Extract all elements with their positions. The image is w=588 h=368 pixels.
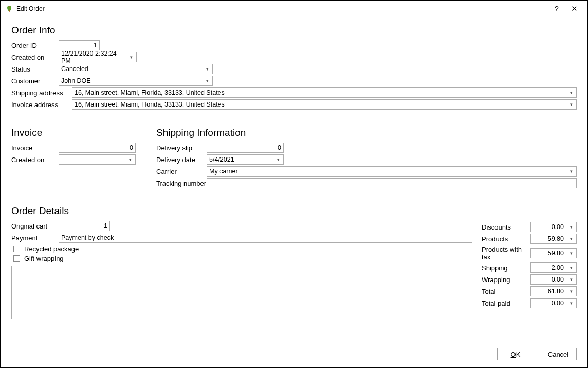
customer-select[interactable]: John DOE ▾: [59, 76, 213, 86]
created-on-select[interactable]: 12/21/2020 2:32:24 PM ▾: [59, 52, 137, 62]
tracking-input[interactable]: [207, 178, 577, 188]
chevron-down-icon: ▾: [567, 169, 575, 174]
message-textarea[interactable]: [11, 266, 472, 319]
original-cart-input[interactable]: 1: [59, 221, 110, 231]
help-button[interactable]: ?: [548, 2, 565, 16]
delivery-date-select[interactable]: 5/4/2021 ▾: [207, 154, 284, 165]
order-id-input[interactable]: 1: [59, 40, 100, 50]
ok-button[interactable]: OK: [497, 348, 534, 360]
products-field[interactable]: 59.80▾: [530, 234, 577, 244]
products-tax-label: Products with tax: [482, 246, 530, 261]
discounts-label: Discounts: [482, 223, 530, 231]
customer-label: Customer: [11, 77, 59, 85]
section-order-details: Order Details: [11, 205, 577, 217]
gift-wrapping-checkbox[interactable]: Gift wrapping: [13, 255, 472, 262]
invoice-created-label: Created on: [11, 156, 59, 164]
payment-input[interactable]: Payment by check: [59, 233, 472, 243]
recycled-package-checkbox[interactable]: Recycled package: [13, 245, 472, 253]
products-tax-field[interactable]: 59.80▾: [530, 248, 577, 258]
products-label: Products: [482, 235, 530, 243]
invoice-num-input[interactable]: 0: [59, 143, 136, 153]
chevron-down-icon: ▾: [567, 224, 575, 230]
delivery-slip-input[interactable]: 0: [207, 143, 284, 153]
payment-label: Payment: [11, 234, 59, 242]
delivery-date-label: Delivery date: [156, 156, 207, 164]
discounts-field[interactable]: 0.00▾: [530, 222, 577, 232]
carrier-label: Carrier: [156, 168, 207, 176]
original-cart-label: Original cart: [11, 222, 59, 230]
order-id-label: Order ID: [11, 42, 59, 49]
titlebar: Edit Order ? ✕: [1, 1, 587, 16]
checkbox-icon: [13, 255, 20, 262]
chevron-down-icon: ▾: [567, 90, 575, 95]
shipping-addr-select[interactable]: 16, Main street, Miami, Florida, 33133, …: [72, 87, 577, 98]
close-button[interactable]: ✕: [565, 2, 583, 16]
shipping-total-field[interactable]: 2.00▾: [530, 262, 577, 273]
invoice-num-label: Invoice: [11, 144, 59, 152]
shipping-addr-label: Shipping address: [11, 89, 72, 97]
chevron-down-icon: ▾: [203, 66, 211, 72]
chevron-down-icon: ▾: [274, 157, 282, 162]
wrapping-total-field[interactable]: 0.00▾: [530, 274, 577, 285]
chevron-down-icon: ▾: [203, 78, 211, 83]
checkbox-icon: [13, 246, 20, 252]
status-select[interactable]: Canceled ▾: [59, 64, 213, 74]
total-paid-label: Total paid: [482, 300, 530, 307]
delivery-slip-label: Delivery slip: [156, 144, 207, 152]
chevron-down-icon: ▾: [567, 102, 575, 107]
wrapping-total-label: Wrapping: [482, 276, 530, 284]
total-field[interactable]: 61.80▾: [530, 286, 577, 296]
chevron-down-icon: ▾: [567, 265, 575, 270]
chevron-down-icon: ▾: [567, 301, 575, 306]
tracking-label: Tracking number: [156, 180, 207, 187]
invoice-addr-select[interactable]: 16, Main street, Miami, Florida, 33133, …: [72, 99, 577, 110]
total-paid-field[interactable]: 0.00▾: [530, 298, 577, 308]
section-invoice: Invoice: [11, 127, 145, 138]
created-on-label: Created on: [11, 54, 59, 61]
chevron-down-icon: ▾: [567, 277, 575, 282]
chevron-down-icon: ▾: [567, 251, 575, 256]
window-title: Edit Order: [16, 5, 45, 12]
app-icon: [5, 5, 13, 13]
chevron-down-icon: ▾: [567, 236, 575, 241]
shipping-total-label: Shipping: [482, 264, 530, 272]
chevron-down-icon: ▾: [567, 289, 575, 294]
chevron-down-icon: ▾: [126, 157, 134, 162]
status-label: Status: [11, 65, 59, 73]
ok-text: K: [516, 351, 521, 358]
invoice-addr-label: Invoice address: [11, 101, 72, 109]
chevron-down-icon: ▾: [127, 55, 135, 60]
section-shipping-info: Shipping Information: [156, 127, 577, 138]
cancel-button[interactable]: Cancel: [540, 348, 577, 360]
invoice-created-select[interactable]: ▾: [59, 154, 136, 165]
section-order-info: Order Info: [11, 25, 577, 36]
carrier-select[interactable]: My carrier ▾: [207, 166, 577, 177]
total-label: Total: [482, 288, 530, 295]
